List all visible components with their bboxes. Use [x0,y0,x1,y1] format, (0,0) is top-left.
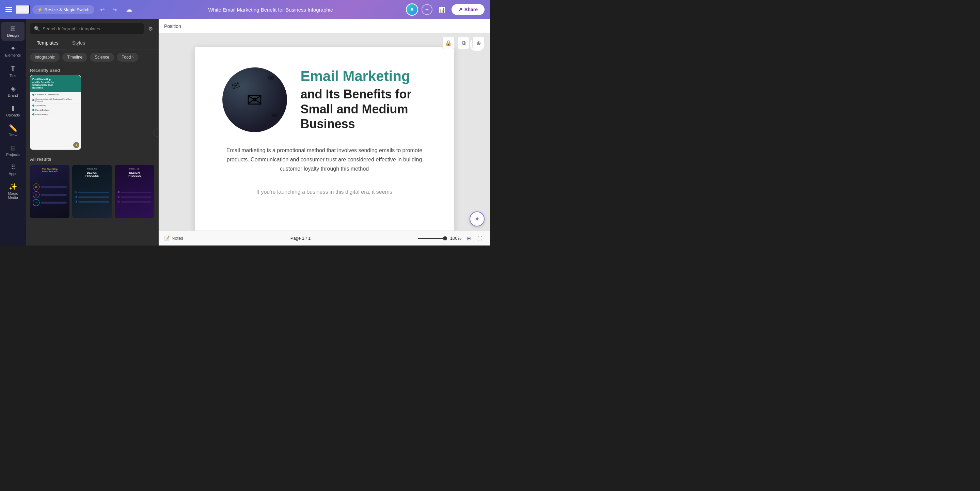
doc-body-text-2: If you're launching a business in this d… [256,187,392,197]
text-icon: T [11,65,15,72]
chip-infographic[interactable]: Infographic [30,53,60,62]
zoom-label: 100% [448,236,461,241]
sidebar-item-design[interactable]: ⊞ Design [2,22,24,41]
main-area: ⊞ Design ✦ Elements T Text ◈ Brand ⬆ Upl… [0,19,490,246]
uploads-icon: ⬆ [10,105,16,112]
sidebar-label-uploads: Uploads [6,113,20,117]
topbar-center: White Email Marketing Benefit for Busine… [139,7,402,13]
canvas-toolbar-right: 🔒 ⧉ ⊕ [442,37,485,49]
add-collaborator-button[interactable]: + [422,4,433,15]
bottom-bar: 📝 Notes Page 1 / 1 100% ⊞ ⛶ [159,230,490,246]
doc-subtitle: and Its Benefits for Small and Medium Bu… [301,87,427,131]
expand-button[interactable]: ⊕ [472,37,485,49]
zoom-bar [418,238,445,239]
canvas-document: ✉ ✉ ✉ ✉ Email Marketing and Its Benefits… [195,47,454,246]
topbar-left: File ⚡ Resize & Magic Switch ↩ ↪ ☁ [5,3,135,16]
topbar-right: A + 📊 ↗ Share [406,3,485,16]
sidebar-label-design: Design [7,33,19,37]
sidebar-label-apps: Apps [8,172,17,176]
position-bar: Position [159,19,490,33]
lock-button[interactable]: 🔒 [442,37,455,49]
left-panel: 🔍 ⚙ Templates Styles Infographic Timelin… [26,19,159,246]
doc-hero: ✉ ✉ ✉ ✉ Email Marketing and Its Benefits… [222,67,427,132]
sidebar-item-brand[interactable]: ◈ Brand [2,82,24,101]
sidebar-item-apps[interactable]: ⠿ Apps [2,161,24,179]
share-button[interactable]: ↗ Share [452,4,485,15]
filter-chips: Infographic Timeline Science Food › [26,49,158,65]
magic-media-icon: ✨ [9,183,18,190]
analytics-button[interactable]: 📊 [436,3,448,16]
projects-icon: ⊟ [10,145,16,151]
tabs-row: Templates Styles [26,37,158,49]
sidebar-item-text[interactable]: T Text [2,61,24,81]
chip-timeline[interactable]: Timeline [62,53,87,62]
canvas-viewport[interactable]: ✉ ✉ ✉ ✉ Email Marketing and Its Benefits… [159,33,490,246]
ai-assistant-button[interactable]: ✦ [469,211,485,226]
bottom-right: 100% ⊞ ⛶ [418,234,485,243]
sidebar-item-uploads[interactable]: ⬆ Uploads [2,102,24,121]
doc-hero-image: ✉ ✉ ✉ ✉ [222,67,287,132]
search-wrapper: 🔍 [30,23,144,34]
envelope-graphic: ✉ ✉ ✉ ✉ [222,67,287,132]
recently-used-label: Recently used [26,65,158,75]
fullscreen-button[interactable]: ⛶ [475,234,485,243]
zoom-track[interactable] [418,238,445,239]
draw-icon: ✏️ [9,125,18,132]
cloud-save-button[interactable]: ☁ [123,3,135,16]
sidebar-item-magic-media[interactable]: ✨ Magic Media [2,180,24,203]
all-results-grid: The Five StepSales Process 01 02 03 [26,164,158,222]
undo-button[interactable]: ↩ [97,4,108,15]
sidebar-label-magic-media: Magic Media [4,191,22,200]
chip-food[interactable]: Food › [117,53,138,62]
search-icon: 🔍 [34,26,40,31]
share-icon: ↗ [458,7,462,12]
search-input[interactable] [43,26,140,31]
grid-view-button[interactable]: ⊞ [464,234,474,243]
doc-title-block: Email Marketing and Its Benefits for Sma… [301,68,427,131]
canvas-area: Position 🔒 ⧉ ⊕ ✉ ✉ ✉ ✉ [159,19,490,246]
notes-icon: 📝 [164,236,170,241]
chevron-right-icon: › [132,55,134,60]
sidebar-label-elements: Elements [5,53,21,57]
sidebar-label-projects: Projects [6,153,20,157]
design-icon: ⊞ [10,25,16,32]
avatar[interactable]: A [406,3,418,16]
duplicate-button[interactable]: ⧉ [457,37,469,49]
sidebar-item-draw[interactable]: ✏️ Draw [2,121,24,140]
menu-icon[interactable] [5,6,12,13]
template-result-2[interactable]: TIMELINE DESIGNPROCESS ① ② ③ [72,165,112,218]
topbar: File ⚡ Resize & Magic Switch ↩ ↪ ☁ White… [0,0,490,19]
all-results-label: All results [26,154,158,164]
file-button[interactable]: File [15,5,30,14]
sidebar: ⊞ Design ✦ Elements T Text ◈ Brand ⬆ Upl… [0,19,26,246]
redo-button[interactable]: ↪ [109,4,120,15]
sidebar-label-text: Text [10,73,16,78]
sidebar-item-elements[interactable]: ✦ Elements [2,41,24,60]
undo-redo-group: ↩ ↪ [97,4,120,15]
filter-button[interactable]: ⚙ [147,24,154,33]
template-result-3[interactable]: TIMELINE DESIGNPROCESS ① ② ③ [115,165,154,218]
sidebar-label-brand: Brand [8,93,18,97]
tab-templates[interactable]: Templates [30,37,65,49]
brand-icon: ◈ [11,85,16,92]
chip-science[interactable]: Science [90,53,114,62]
view-buttons: ⊞ ⛶ [464,234,485,243]
position-label: Position [164,24,181,29]
document-title: White Email Marketing Benefit for Busine… [208,7,332,13]
lightning-icon: ⚡ [37,7,43,12]
sidebar-label-draw: Draw [8,133,18,137]
template-result-1[interactable]: The Five StepSales Process 01 02 03 [30,165,70,218]
page-indicator: Page 1 / 1 [290,236,310,241]
search-bar: 🔍 ⚙ [26,19,158,37]
tab-styles[interactable]: Styles [65,37,92,49]
sidebar-item-projects[interactable]: ⊟ Projects [2,141,24,160]
doc-main-title: Email Marketing [301,68,427,84]
doc-body-text-1: Email marketing is a promotional method … [222,146,427,174]
recent-template[interactable]: Email Marketingand Its Benefits forSmall… [30,75,81,150]
magic-switch-button[interactable]: ⚡ Resize & Magic Switch [32,5,94,14]
notes-button[interactable]: 📝 Notes [164,236,183,241]
elements-icon: ✦ [10,45,16,52]
apps-icon: ⠿ [11,164,15,170]
